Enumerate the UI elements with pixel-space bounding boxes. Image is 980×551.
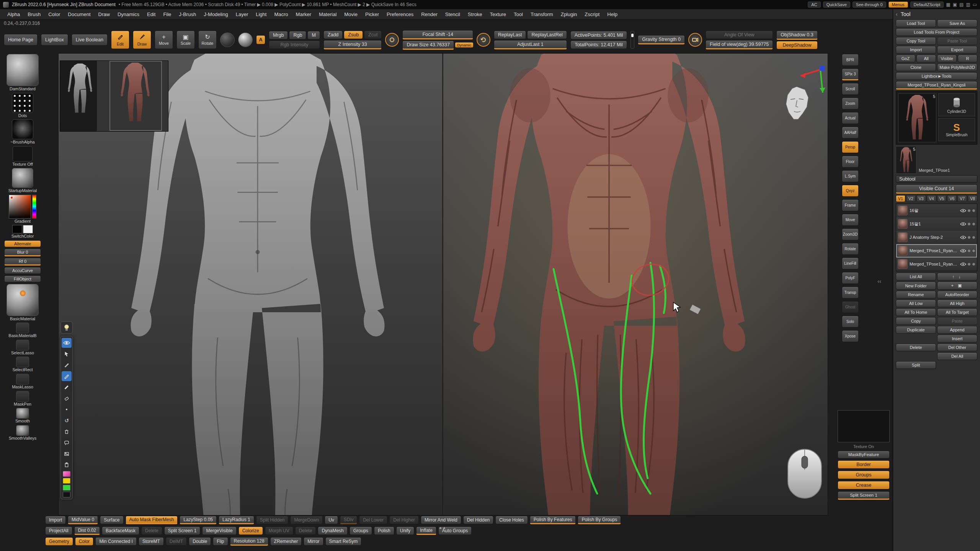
subtool-thumbnail[interactable] [898,205,908,215]
bottom-button[interactable]: Polish By Groups [578,516,621,524]
shelf-button[interactable]: AAHalf [842,127,859,139]
subtool-thumbnail[interactable] [898,259,908,269]
document-thumbnail[interactable] [60,60,168,132]
menu-item[interactable]: Stroke [464,10,486,18]
subtool-view-tab[interactable]: V3 [916,195,926,202]
rf-slider[interactable]: Rf 0 [4,258,41,266]
bottom-button[interactable]: Del Hidden [463,516,493,524]
subtool-action-button[interactable]: Delete [896,344,936,351]
zcut-button[interactable]: Zcut [364,31,382,39]
shelf-button[interactable]: Transp [842,287,859,298]
menu-item[interactable]: Marker [292,10,315,18]
bottom-button[interactable]: Dist 0.02 [74,527,100,535]
menu-item[interactable]: Brush [24,10,44,18]
recent-tool[interactable]: 5 Merged_TPose1 [896,146,977,174]
basic-material-thumbnail[interactable] [7,284,39,316]
subtool-row[interactable]: J Anatomy Step-2 [896,231,977,244]
subtool-thumbnail[interactable] [898,219,908,229]
titlebar-window-icon[interactable]: ▣ [953,2,957,7]
shelf-button[interactable]: LineFill [842,258,859,269]
uv-toggle[interactable] [972,209,975,212]
polypaint-toggle[interactable] [967,222,971,226]
bottom-button[interactable]: Geometry [45,537,73,546]
menu-item[interactable]: Alpha [4,10,23,18]
menu-item[interactable]: Texture [486,10,510,18]
select-lasso-thumbnail[interactable] [16,340,29,350]
menu-item[interactable]: Zplugin [557,10,581,18]
bottom-button[interactable]: Del Higher [389,516,419,524]
rgb-intensity-slider[interactable]: Rgb Intensity [269,41,320,49]
tool-panel-header[interactable]: ‹ Tool [896,10,977,18]
obj-shadow-slider[interactable]: ObjShadow 0.3 [776,31,817,40]
tool-panel-button[interactable]: Load Tools From Project [896,28,977,36]
switch-color-swatches[interactable] [12,225,33,233]
bottom-button[interactable]: Morph UV [265,527,293,535]
subtool-section-header[interactable]: Subtool [896,175,977,183]
shelf-button[interactable]: Ghost [842,301,859,313]
bottom-button[interactable]: DynaMesh [318,527,347,535]
polypaint-toggle[interactable] [967,236,971,239]
tool-panel-button[interactable]: Export [937,46,977,54]
menu-item[interactable]: Zscript [581,10,603,18]
shelf-button[interactable]: Floor [842,156,859,168]
menu-item[interactable]: Macro [271,10,291,18]
z-intensity-slider[interactable]: Z Intensity 33 [323,40,382,49]
bottom-button[interactable]: ProjectAll [45,527,72,535]
uv-toggle[interactable] [972,249,975,253]
angle-of-view-label[interactable]: Angle Of View [706,31,773,39]
home-page-button[interactable]: Home Page [4,34,38,46]
tool-panel-button[interactable]: Merged_TPose1_Ryan_Kingsli [896,81,977,90]
startup-material-thumbnail[interactable] [12,168,33,188]
subtool-action-button[interactable]: Split [896,361,936,369]
texture-off-thumbnail[interactable] [13,146,33,161]
accucurve-button[interactable]: AccuCurve [4,267,41,274]
color-chip-pink[interactable] [63,471,70,477]
group-action-button[interactable]: Crease [838,481,890,489]
zadd-button[interactable]: Zadd [323,31,343,39]
bottom-button[interactable]: LazyStep 0.05 [180,516,217,524]
visibility-eye-icon[interactable] [960,262,966,266]
m-button[interactable]: M [307,31,320,39]
shelf-button[interactable]: Solo [842,316,859,328]
edit-button[interactable]: Edit [111,31,129,49]
subtool-view-tab[interactable]: V1 [896,195,905,202]
recent-tool-thumbnail[interactable]: 5 [896,146,916,174]
color-chip-yellow[interactable] [63,478,70,484]
blur-slider[interactable]: Blur 0 [4,249,41,256]
subtool-action-button[interactable]: List All [896,273,936,280]
menu-item[interactable]: Material [315,10,340,18]
shelf-button[interactable]: Zoom3D [842,228,859,240]
polypaint-toggle[interactable] [967,209,971,212]
tool-panel-button[interactable]: Visible [937,55,957,62]
polypaint-toggle[interactable] [967,249,971,253]
mask-lasso-thumbnail[interactable] [16,374,29,385]
bottom-button[interactable]: Inflate [416,527,436,535]
titlebar-window-icon[interactable]: ▭ [973,2,977,7]
bottom-button[interactable]: LazyRadius 1 [219,516,254,524]
bottom-button[interactable]: StoreMT [139,537,164,546]
stroke-dots-thumbnail[interactable] [12,93,33,113]
bottom-button[interactable]: MergeVisible [202,527,236,535]
panel-collapse-arrows[interactable]: ‹‹ [877,278,881,284]
rgb-button[interactable]: Rgb [289,31,306,39]
move-button[interactable]: + Move [155,31,173,49]
bottom-button[interactable]: MidValue 0 [68,516,98,524]
subtool-row[interactable]: 15팔1 [896,217,977,231]
menu-item[interactable]: Transform [527,10,557,18]
subtool-action-button[interactable]: Del Other [937,344,977,351]
titlebar-window-icon[interactable]: ▤ [959,2,964,7]
zsub-button[interactable]: Zsub [344,31,363,39]
lightbox-button[interactable]: LightBox [41,34,68,46]
tool-panel-button[interactable]: Make PolyMesh3D [937,64,977,71]
subtool-thumbnail[interactable] [898,232,908,242]
tool-panel-button[interactable]: Import [896,46,936,54]
shelf-button[interactable]: Frame [842,199,859,211]
focal-shift-slider[interactable]: Focal Shift -14 [402,30,473,39]
rotate-button[interactable]: ↻ Rotate [198,31,217,49]
subtool-action-button[interactable]: Copy [896,317,936,325]
subtool-action-button[interactable]: Paste [937,317,977,325]
subtool-row[interactable]: Merged_TPose1_Ryan_Kingslie [896,258,977,271]
group-action-button[interactable]: Groups [838,471,890,479]
shelf-button[interactable]: Rotate [842,243,859,255]
trash-icon[interactable] [62,427,72,437]
